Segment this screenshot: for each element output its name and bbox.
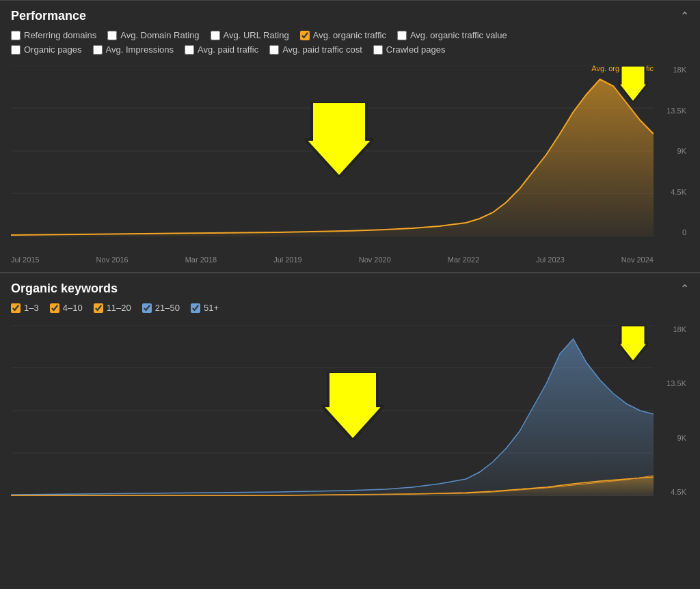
cb-referring-domains-input[interactable] <box>11 31 21 40</box>
cb-organic-traffic-input[interactable] <box>300 31 310 40</box>
cb-paid-traffic-cost[interactable]: Avg. paid traffic cost <box>269 44 362 55</box>
x-label-mar2022: Mar 2022 <box>448 256 479 264</box>
cb-organic-pages[interactable]: Organic pages <box>11 44 82 55</box>
x-label-jul2015: Jul 2015 <box>11 256 40 264</box>
cb-referring-domains-label: Referring domains <box>24 30 96 40</box>
svg-marker-5 <box>305 102 373 177</box>
svg-marker-6 <box>618 66 648 102</box>
cb-organic-traffic-value[interactable]: Avg. organic traffic value <box>397 30 507 40</box>
cb-organic-traffic[interactable]: Avg. organic traffic <box>300 30 386 40</box>
ok-4-10-label: 4–10 <box>63 303 83 313</box>
x-label-mar2018: Mar 2018 <box>185 256 217 264</box>
x-label-nov2020: Nov 2020 <box>359 256 391 264</box>
ok-small-arrow-top-right <box>618 325 648 365</box>
cb-paid-traffic-label: Avg. paid traffic <box>198 44 258 55</box>
cb-url-rating-input[interactable] <box>211 31 220 40</box>
cb-avg-impressions-input[interactable] <box>93 45 103 55</box>
y-label-18k: 18K <box>673 66 686 74</box>
performance-checkboxes-row1: Referring domains Avg. Domain Rating Avg… <box>11 30 689 40</box>
ok-y-13k: 13.5K <box>667 379 686 387</box>
ok-11-20[interactable]: 11–20 <box>94 303 131 313</box>
ok-y-axis: 18K 13.5K 9K 4.5K <box>656 325 689 496</box>
ok-1-3[interactable]: 1–3 <box>11 303 39 313</box>
performance-x-axis: Jul 2015 Nov 2016 Mar 2018 Jul 2019 Nov … <box>11 256 654 264</box>
y-label-0: 0 <box>682 228 686 236</box>
cb-organic-pages-input[interactable] <box>11 45 21 55</box>
y-label-4k: 4.5K <box>671 188 686 196</box>
performance-y-axis: 18K 13.5K 9K 4.5K 0 <box>656 66 689 236</box>
ok-4-10-input[interactable] <box>50 303 59 313</box>
cb-paid-traffic-cost-label: Avg. paid traffic cost <box>282 44 362 55</box>
cb-crawled-pages-label: Crawled pages <box>386 44 446 55</box>
organic-keywords-section: Organic keywords ⌃ 1–3 4–10 11–20 21–50 … <box>0 273 700 532</box>
cb-crawled-pages[interactable]: Crawled pages <box>373 44 446 55</box>
organic-keywords-title: Organic keywords <box>11 282 118 296</box>
ok-21-50[interactable]: 21–50 <box>142 303 180 313</box>
x-label-nov2024: Nov 2024 <box>621 256 654 264</box>
svg-marker-12 <box>322 372 383 440</box>
cb-crawled-pages-input[interactable] <box>373 45 383 55</box>
cb-referring-domains[interactable]: Referring domains <box>11 30 96 40</box>
performance-checkboxes-row2: Organic pages Avg. Impressions Avg. paid… <box>11 44 689 55</box>
cb-paid-traffic-cost-input[interactable] <box>269 45 279 55</box>
large-arrow-middle <box>305 102 373 180</box>
y-label-13k: 13.5K <box>667 107 686 115</box>
cb-organic-traffic-value-input[interactable] <box>397 31 407 40</box>
performance-title: Performance <box>11 9 86 23</box>
cb-organic-pages-label: Organic pages <box>24 44 82 55</box>
small-arrow-top-right <box>618 66 648 105</box>
organic-keywords-chart-container: 18K 13.5K 9K 4.5K <box>11 318 689 523</box>
ok-4-10[interactable]: 4–10 <box>50 303 83 313</box>
ok-checkboxes-row: 1–3 4–10 11–20 21–50 51+ <box>11 303 689 313</box>
ok-1-3-input[interactable] <box>11 303 21 313</box>
cb-organic-traffic-label: Avg. organic traffic <box>313 30 386 40</box>
cb-domain-rating-input[interactable] <box>107 31 117 40</box>
ok-51plus[interactable]: 51+ <box>191 303 219 313</box>
x-label-jul2019: Jul 2019 <box>273 256 302 264</box>
performance-header: Performance ⌃ <box>11 9 689 23</box>
ok-large-arrow-middle <box>322 372 383 443</box>
organic-keywords-collapse-icon[interactable]: ⌃ <box>680 282 689 295</box>
x-label-nov2016: Nov 2016 <box>96 256 129 264</box>
ok-y-18k: 18K <box>673 325 686 333</box>
cb-paid-traffic[interactable]: Avg. paid traffic <box>185 44 258 55</box>
performance-collapse-icon[interactable]: ⌃ <box>680 10 689 23</box>
svg-marker-13 <box>618 325 648 362</box>
ok-51plus-input[interactable] <box>191 303 200 313</box>
ok-11-20-label: 11–20 <box>107 303 131 313</box>
ok-1-3-label: 1–3 <box>24 303 39 313</box>
ok-y-9k: 9K <box>677 434 686 442</box>
x-label-jul2023: Jul 2023 <box>536 256 565 264</box>
performance-chart-container: Avg. organic traffic 18K 13.5K 9K 4.5K 0 <box>11 59 689 264</box>
cb-url-rating[interactable]: Avg. URL Rating <box>211 30 289 40</box>
performance-section: Performance ⌃ Referring domains Avg. Dom… <box>0 0 700 272</box>
cb-organic-traffic-value-label: Avg. organic traffic value <box>410 30 507 40</box>
cb-domain-rating-label: Avg. Domain Rating <box>120 30 199 40</box>
cb-avg-impressions-label: Avg. Impressions <box>106 44 174 55</box>
ok-51plus-label: 51+ <box>204 303 219 313</box>
y-label-9k: 9K <box>677 147 686 155</box>
cb-avg-impressions[interactable]: Avg. Impressions <box>93 44 174 55</box>
cb-domain-rating[interactable]: Avg. Domain Rating <box>107 30 199 40</box>
cb-url-rating-label: Avg. URL Rating <box>224 30 289 40</box>
cb-paid-traffic-input[interactable] <box>185 45 194 55</box>
ok-21-50-label: 21–50 <box>155 303 180 313</box>
ok-y-4k: 4.5K <box>671 488 686 496</box>
ok-11-20-input[interactable] <box>94 303 103 313</box>
organic-keywords-header: Organic keywords ⌃ <box>11 282 689 296</box>
ok-21-50-input[interactable] <box>142 303 152 313</box>
